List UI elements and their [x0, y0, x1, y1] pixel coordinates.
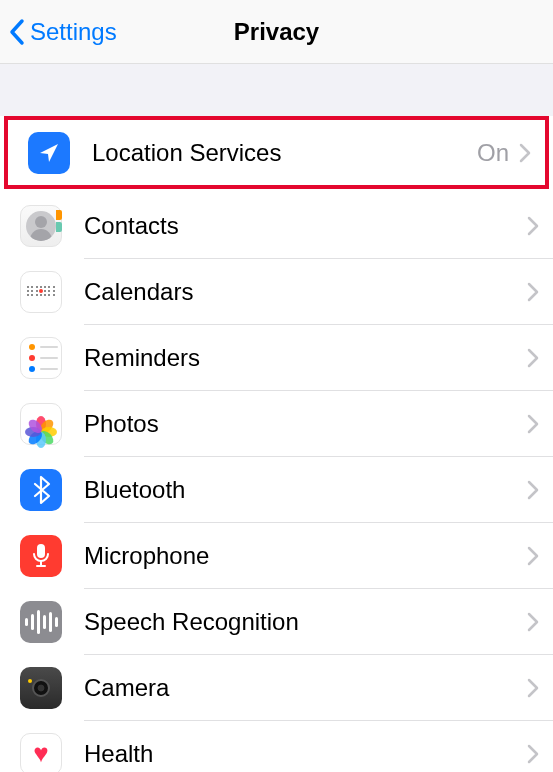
row-label: Health — [84, 740, 527, 768]
location-arrow-icon — [28, 132, 70, 174]
chevron-right-icon — [527, 678, 539, 698]
row-label: Reminders — [84, 344, 527, 372]
bluetooth-icon — [20, 469, 62, 511]
chevron-right-icon — [527, 348, 539, 368]
row-label: Camera — [84, 674, 527, 702]
row-bluetooth[interactable]: Bluetooth — [0, 457, 553, 522]
row-label: Bluetooth — [84, 476, 527, 504]
chevron-left-icon — [8, 18, 26, 46]
row-label: Microphone — [84, 542, 527, 570]
waveform-icon — [20, 601, 62, 643]
section-gap — [0, 64, 553, 114]
chevron-right-icon — [527, 282, 539, 302]
camera-icon — [20, 667, 62, 709]
row-label: Contacts — [84, 212, 527, 240]
row-reminders[interactable]: Reminders — [0, 325, 553, 390]
row-status: On — [477, 139, 509, 167]
row-label: Calendars — [84, 278, 527, 306]
row-label: Photos — [84, 410, 527, 438]
row-label: Speech Recognition — [84, 608, 527, 636]
calendar-icon — [20, 271, 62, 313]
row-calendars[interactable]: Calendars — [0, 259, 553, 324]
chevron-right-icon — [527, 546, 539, 566]
contacts-icon — [20, 205, 62, 247]
chevron-right-icon — [527, 480, 539, 500]
back-label: Settings — [30, 18, 117, 46]
row-contacts[interactable]: Contacts — [0, 193, 553, 258]
svg-rect-0 — [37, 544, 45, 558]
row-photos[interactable]: Photos — [0, 391, 553, 456]
navigation-bar: Settings Privacy — [0, 0, 553, 64]
chevron-right-icon — [527, 414, 539, 434]
chevron-right-icon — [519, 143, 531, 163]
highlight-location-services: Location Services On — [4, 116, 549, 189]
chevron-right-icon — [527, 612, 539, 632]
row-health[interactable]: ♥ Health — [0, 721, 553, 772]
row-label: Location Services — [92, 139, 477, 167]
reminders-icon — [20, 337, 62, 379]
settings-list: Location Services On Contacts — [0, 116, 553, 772]
row-speech-recognition[interactable]: Speech Recognition — [0, 589, 553, 654]
chevron-right-icon — [527, 744, 539, 764]
chevron-right-icon — [527, 216, 539, 236]
row-microphone[interactable]: Microphone — [0, 523, 553, 588]
photos-icon — [20, 403, 62, 445]
back-button[interactable]: Settings — [0, 18, 117, 46]
row-location-services[interactable]: Location Services On — [8, 120, 545, 185]
row-camera[interactable]: Camera — [0, 655, 553, 720]
microphone-icon — [20, 535, 62, 577]
heart-icon: ♥ — [20, 733, 62, 773]
page-title: Privacy — [234, 18, 319, 46]
